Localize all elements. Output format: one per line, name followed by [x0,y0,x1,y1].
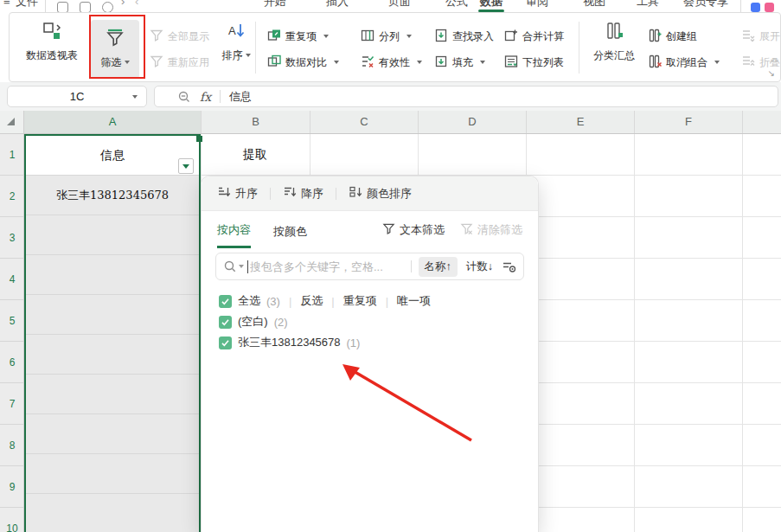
tab-tools[interactable]: 工具 [637,0,659,12]
duplicates-link[interactable]: 重复项 [343,293,377,309]
chevron-down-icon [334,61,339,64]
cell-A1[interactable]: 信息 [26,136,199,176]
filter-search-box[interactable]: 名称↑ 计数↓ [215,253,524,280]
list-item: 张三丰13812345678 (1) [219,332,521,353]
remove-duplicates-button[interactable]: 重复项 [267,27,329,46]
app-icon-blue[interactable] [751,3,760,12]
filter-funnel-icon [105,27,125,51]
row-header-3[interactable]: 3 [0,217,24,259]
selection-fill-handle[interactable] [196,136,202,142]
tab-member[interactable]: 会员专享 [683,0,728,12]
tab-view[interactable]: 视图 [583,0,605,12]
column-header-F[interactable]: F [634,111,742,133]
subtotal-button[interactable]: 分类汇总 [587,22,641,63]
dialog-launcher-icon[interactable]: ↘ [768,68,775,78]
column-header-D[interactable]: D [418,111,526,133]
select-all-row: 全选 (3) | 反选 | 重复项 | 唯一项 [219,291,521,311]
column-header-B[interactable]: B [201,111,310,133]
column-header-E[interactable]: E [526,111,634,133]
chevron-down-icon [407,35,412,38]
hamburger-menu-icon[interactable]: ≡ [3,0,10,12]
sort-by-count-button[interactable]: 计数↓ [466,260,493,274]
row-header-7[interactable]: 7 [0,383,24,425]
show-all-funnel-icon [150,29,163,45]
name-box-value: 1C [70,90,85,103]
cell-B1[interactable]: 提取 [201,134,310,175]
cell-A2[interactable]: 张三丰13812345678 [26,176,199,215]
app-icon-pink[interactable] [765,3,774,12]
sort-descending-button[interactable]: 降序 [283,185,323,202]
sort-ascending-button[interactable]: 升序 [217,185,258,202]
tab-review[interactable]: 审阅 [526,0,548,12]
select-all-label[interactable]: 全选 [238,293,260,309]
undo-icon[interactable]: › [121,0,125,12]
chevron-down-icon [132,95,138,99]
sort-button[interactable]: A 排序 [214,22,259,63]
preview-icon[interactable] [102,2,113,12]
validation-button[interactable]: 有效性 [361,53,422,72]
column-header-G-partial[interactable] [742,111,781,133]
row-header-10[interactable]: 10 [0,508,24,532]
search-mode-chevron-icon[interactable] [239,265,244,268]
row-headers: 1 2 3 4 5 6 7 8 9 10 [0,134,24,532]
save-icon[interactable] [57,2,68,12]
create-group-button[interactable]: 创建组 [648,27,697,46]
data-compare-button[interactable]: 数据对比 [267,53,339,72]
column-header-A[interactable]: A [24,111,201,133]
checkbox-blank[interactable] [219,316,232,329]
divider [740,0,741,12]
tab-formulas[interactable]: 公式 [445,0,468,12]
checkbox-select-all[interactable] [219,295,232,308]
list-settings-icon[interactable] [502,260,516,274]
fx-icon[interactable]: fx [200,90,211,104]
text-to-columns-button[interactable]: 分列 [361,27,412,46]
sort-by-name-button[interactable]: 名称↑ [419,257,458,277]
ungroup-button[interactable]: 取消组合 [648,53,720,72]
tab-insert[interactable]: 插入 [326,0,349,12]
row-header-4[interactable]: 4 [0,259,24,300]
reapply-button[interactable]: 重新应用 [150,53,209,72]
lookup-entry-icon [434,29,448,45]
row-header-2[interactable]: 2 [0,176,24,217]
fill-button[interactable]: 填充 [434,53,485,72]
expand-button[interactable]: 展开 [741,27,780,46]
tab-by-color[interactable]: 按颜色 [273,214,307,247]
file-menu[interactable]: 文件 [16,0,38,12]
search-input[interactable] [250,260,404,273]
autofilter-dropdown-button[interactable] [178,158,194,174]
filter-value-list: 全选 (3) | 反选 | 重复项 | 唯一项 (空白) (2) 张三丰1381… [202,280,538,363]
checkbox-value[interactable] [219,337,232,349]
clear-filter-button[interactable]: 清除筛选 [460,222,522,238]
item-label[interactable]: (空白) [238,314,268,330]
row-header-6[interactable]: 6 [0,342,24,383]
name-box[interactable]: 1C [7,86,147,107]
item-label[interactable]: 张三丰13812345678 [238,335,341,350]
row-header-9[interactable]: 9 [0,466,24,508]
invert-selection-link[interactable]: 反选 [300,293,323,309]
formula-input-box[interactable]: fx 信息 [154,86,778,107]
filter-button[interactable]: 筛选 [91,20,139,79]
text-filter-button[interactable]: 文本筛选 [382,222,445,238]
chevron-down-icon [417,61,422,64]
sort-by-color-button[interactable]: 颜色排序 [349,185,412,202]
column-header-C[interactable]: C [310,111,418,133]
row-header-5[interactable]: 5 [0,300,24,342]
consolidate-button[interactable]: 合并计算 [504,27,564,46]
select-all-corner[interactable] [0,111,24,134]
tab-home[interactable]: 开始 [264,0,286,12]
sort-descending-icon [283,185,297,202]
dropdown-list-button[interactable]: 下拉列表 [504,53,564,72]
pivot-table-button[interactable]: 数据透视表 [13,22,91,63]
show-all-button[interactable]: 全部显示 [150,27,209,46]
chevron-down-icon [246,54,251,57]
redo-icon[interactable]: ‹ [135,0,138,12]
validation-icon [361,54,374,71]
row-header-8[interactable]: 8 [0,425,24,466]
print-icon[interactable] [80,2,91,12]
tab-page[interactable]: 页面 [388,0,411,12]
tab-by-content[interactable]: 按内容 [217,212,251,248]
formula-search-icon[interactable] [177,90,191,104]
row-header-1[interactable]: 1 [0,134,24,176]
unique-link[interactable]: 唯一项 [397,293,431,309]
lookup-entry-button[interactable]: 查找录入 [434,27,494,46]
